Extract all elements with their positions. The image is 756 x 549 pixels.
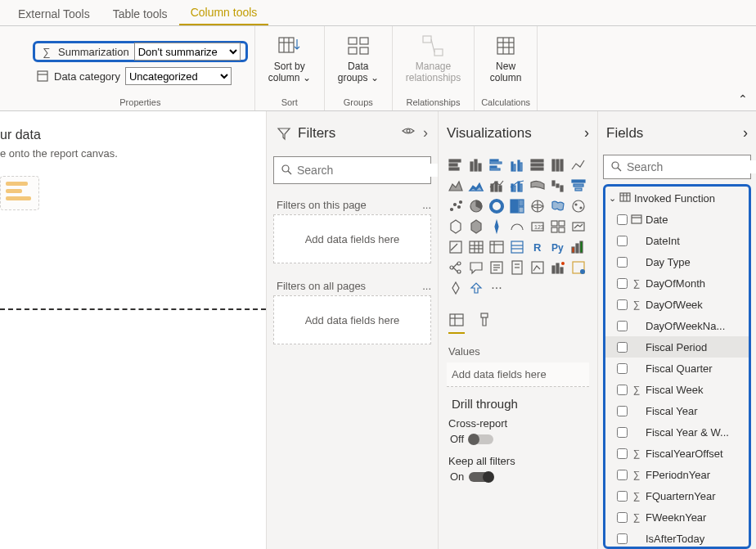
viz-qa[interactable] [467, 259, 485, 277]
viz-custom[interactable] [569, 259, 587, 277]
viz-filled-map[interactable] [549, 197, 567, 215]
viz-100-bar[interactable] [529, 156, 547, 174]
viz-donut[interactable] [488, 197, 506, 215]
field-checkbox[interactable] [617, 491, 628, 502]
field-checkbox[interactable] [617, 363, 628, 374]
data-groups-button[interactable]: Datagroups ⌄ [331, 29, 385, 88]
report-canvas[interactable]: ur data e onto the report canvas. [0, 111, 266, 549]
collapse-ribbon-icon[interactable]: ⌃ [738, 92, 748, 106]
field-item[interactable]: DateInt [605, 230, 749, 251]
viz-treemap[interactable] [508, 197, 526, 215]
viz-key-influencers[interactable] [569, 238, 587, 256]
viz-decomposition[interactable] [447, 259, 465, 277]
chevron-right-icon[interactable]: › [584, 124, 589, 142]
viz-goals[interactable] [508, 259, 526, 277]
viz-ribbon[interactable] [529, 177, 547, 195]
field-checkbox[interactable] [617, 214, 628, 225]
format-tab-icon[interactable] [476, 312, 493, 334]
field-item[interactable]: Date [605, 209, 749, 230]
manage-relationships-button[interactable]: Managerelationships [399, 29, 467, 88]
field-checkbox[interactable] [617, 512, 628, 523]
viz-paginated[interactable] [508, 238, 526, 256]
field-item[interactable]: ∑FQuarternYear [605, 485, 749, 506]
field-item[interactable]: ∑DayOfMonth [605, 272, 749, 294]
viz-clustered-column[interactable] [508, 156, 526, 174]
tab-table-tools[interactable]: Table tools [101, 2, 179, 25]
viz-gauge2[interactable] [508, 218, 526, 236]
new-column-button[interactable]: Newcolumn [484, 29, 529, 88]
more-icon[interactable]: ... [422, 280, 431, 292]
viz-stacked-column[interactable] [467, 156, 485, 174]
fields-search-input[interactable] [627, 160, 756, 173]
chevron-right-icon[interactable]: › [423, 124, 428, 142]
viz-python[interactable]: Py [549, 238, 567, 256]
field-item[interactable]: ∑FWeeknYear [605, 506, 749, 528]
viz-shape-map[interactable] [569, 197, 587, 215]
field-checkbox[interactable] [617, 533, 628, 544]
viz-gauge[interactable] [467, 218, 485, 236]
viz-azure-map[interactable] [447, 218, 465, 236]
viz-multi-card[interactable] [549, 218, 567, 236]
viz-map[interactable] [529, 197, 547, 215]
sort-by-column-button[interactable]: Sort bycolumn ⌄ [262, 29, 317, 88]
field-item[interactable]: Day Type [605, 251, 749, 272]
viz-clustered-bar[interactable] [488, 156, 506, 174]
field-item[interactable]: Fiscal Quarter [605, 358, 749, 379]
viz-waterfall[interactable] [549, 177, 567, 195]
field-checkbox[interactable] [617, 406, 628, 416]
viz-line-clustered-column[interactable] [508, 177, 526, 195]
fields-search[interactable] [603, 155, 751, 179]
viz-card[interactable]: 123 [529, 218, 547, 236]
tab-external-tools[interactable]: External Tools [7, 2, 101, 25]
viz-line-stacked-column[interactable] [488, 177, 506, 195]
field-checkbox[interactable] [617, 427, 628, 438]
field-checkbox[interactable] [617, 470, 628, 480]
field-item[interactable]: Fiscal Year [605, 400, 749, 421]
viz-pie[interactable] [467, 197, 485, 215]
viz-scatter[interactable] [447, 197, 465, 215]
viz-stacked-area[interactable] [467, 177, 485, 195]
field-checkbox[interactable] [617, 321, 628, 331]
field-item[interactable]: ∑FiscalYearOffset [605, 443, 749, 464]
field-item[interactable]: ∑FPeriodnYear [605, 464, 749, 485]
viz-kpi[interactable] [569, 218, 587, 236]
cross-report-toggle[interactable]: Off [450, 433, 586, 445]
viz-table[interactable] [467, 238, 485, 256]
chevron-right-icon[interactable]: › [743, 124, 748, 142]
field-item[interactable]: Fiscal Year & W... [605, 421, 749, 443]
field-checkbox[interactable] [617, 278, 628, 289]
fields-tab-icon[interactable] [448, 312, 465, 334]
viz-stacked-bar[interactable] [447, 156, 465, 174]
keep-filters-toggle[interactable]: On [450, 470, 586, 483]
fields-table-header[interactable]: ⌄ Invoked Function [605, 188, 749, 209]
viz-narrative[interactable] [488, 259, 506, 277]
filters-on-page-drop[interactable]: Add data fields here [273, 214, 431, 263]
field-item[interactable]: Fiscal Period [605, 336, 749, 358]
summarization-select[interactable]: Don't summarize [134, 43, 241, 61]
filters-search-input[interactable] [297, 164, 440, 177]
field-item[interactable]: ∑DayOfWeek [605, 294, 749, 315]
field-item[interactable]: IsAfterToday [605, 528, 749, 549]
field-item[interactable]: DayOfWeekNa... [605, 315, 749, 336]
tab-column-tools[interactable]: Column tools [179, 1, 269, 25]
viz-area[interactable] [447, 177, 465, 195]
filters-search[interactable] [273, 156, 431, 184]
viz-slicer[interactable] [447, 238, 465, 256]
filters-on-all-drop[interactable]: Add data fields here [273, 295, 431, 344]
field-item[interactable]: ∑Fiscal Week [605, 379, 749, 400]
eye-icon[interactable] [402, 124, 415, 142]
viz-ellipsis[interactable]: ··· [488, 279, 506, 297]
field-checkbox[interactable] [617, 448, 628, 459]
more-icon[interactable]: ... [422, 199, 431, 211]
values-drop[interactable]: Add data fields here [447, 362, 589, 387]
viz-matrix[interactable] [488, 238, 506, 256]
viz-line[interactable] [569, 156, 587, 174]
field-checkbox[interactable] [617, 257, 628, 268]
data-category-select[interactable]: Uncategorized [125, 67, 232, 85]
viz-funnel[interactable] [569, 177, 587, 195]
field-checkbox[interactable] [617, 299, 628, 310]
viz-more-1[interactable] [447, 279, 465, 297]
field-checkbox[interactable] [617, 342, 628, 353]
viz-more-2[interactable] [467, 279, 485, 297]
viz-power-apps[interactable] [529, 259, 547, 277]
